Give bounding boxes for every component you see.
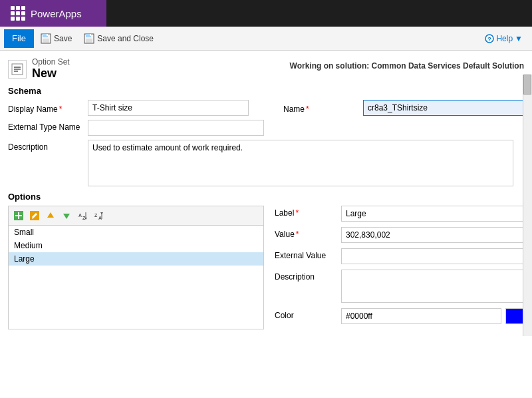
display-name-name-row: Display Name* Name*: [8, 100, 524, 116]
logo-icon: [11, 6, 25, 21]
svg-marker-20: [63, 214, 70, 219]
svg-text:A: A: [98, 216, 102, 220]
record-type: Option Set New: [8, 57, 70, 81]
help-icon: ?: [485, 34, 494, 43]
main-area: Option Set New Working on solution: Comm…: [0, 51, 532, 336]
detail-external-value-label: External Value: [275, 248, 341, 260]
move-up-icon: [46, 211, 55, 220]
add-icon: [14, 211, 23, 220]
move-down-button[interactable]: [59, 208, 74, 223]
color-swatch[interactable]: [505, 308, 524, 324]
move-up-button[interactable]: [43, 208, 58, 223]
help-button[interactable]: ? Help ▼: [479, 32, 528, 45]
svg-text:Z: Z: [94, 213, 98, 218]
add-option-button[interactable]: [11, 208, 26, 223]
name-input[interactable]: [363, 100, 524, 116]
sort-za-icon: Z A: [94, 211, 103, 220]
options-toolbar: A Z Z A: [9, 206, 263, 226]
detail-value-row: Value*: [275, 227, 524, 243]
options-section-title: Options: [8, 192, 524, 202]
detail-label-label: Label*: [275, 206, 341, 218]
detail-color-row: Color: [275, 308, 524, 324]
display-name-field-group: Display Name*: [8, 100, 249, 116]
external-type-input[interactable]: [88, 120, 264, 136]
move-down-icon: [62, 211, 71, 220]
color-field-group: [341, 308, 524, 324]
detail-description-label: Description: [275, 270, 341, 282]
svg-rect-6: [86, 39, 92, 43]
options-section: Options: [8, 192, 524, 329]
detail-value-input[interactable]: [341, 227, 524, 243]
record-header: Option Set New Working on solution: Comm…: [8, 57, 524, 81]
detail-value-label: Value*: [275, 227, 341, 239]
option-item-medium[interactable]: Medium: [9, 239, 263, 252]
record-name: New: [32, 67, 70, 81]
description-row: Description Used to estimate amount of w…: [8, 140, 524, 186]
options-detail-panel: Label* Value* External Value: [264, 206, 524, 329]
options-container: A Z Z A: [8, 206, 524, 329]
detail-label-row: Label*: [275, 206, 524, 222]
external-type-row: External Type Name: [8, 120, 524, 136]
toolbar: File Save Save and Close ? Help ▼: [0, 27, 532, 51]
description-label: Description: [8, 140, 88, 152]
svg-rect-3: [47, 34, 48, 36]
app-name: PowerApps: [31, 8, 82, 19]
sort-za-button[interactable]: Z A: [91, 208, 106, 223]
detail-description-textarea[interactable]: [341, 270, 524, 303]
main-content: Option Set New Working on solution: Comm…: [0, 51, 532, 336]
top-bar: PowerApps: [0, 0, 532, 27]
save-and-close-button[interactable]: Save and Close: [78, 29, 159, 48]
description-textarea[interactable]: Used to estimate amount of work required…: [88, 140, 513, 186]
name-field-group: Name*: [283, 100, 524, 116]
detail-description-row: Description: [275, 270, 524, 303]
options-list: Small Medium Large: [9, 226, 263, 329]
display-name-input[interactable]: [88, 100, 249, 116]
edit-option-button[interactable]: [27, 208, 42, 223]
file-button[interactable]: File: [4, 29, 34, 48]
option-item-large[interactable]: Large: [9, 252, 263, 266]
working-on-solution: Working on solution: Common Data Service…: [290, 57, 524, 71]
scrollbar-track: [523, 75, 532, 336]
save-icon: [41, 33, 51, 44]
svg-rect-7: [90, 34, 91, 36]
detail-label-input[interactable]: [341, 206, 524, 222]
color-input[interactable]: [341, 308, 501, 324]
svg-marker-28: [100, 212, 103, 214]
app-logo: PowerApps: [0, 0, 106, 27]
record-type-label: Option Set: [32, 57, 70, 67]
external-type-label: External Type Name: [8, 120, 88, 132]
option-item-small[interactable]: Small: [9, 226, 263, 239]
options-list-panel: A Z Z A: [8, 206, 264, 329]
record-title-area: Option Set New: [32, 57, 70, 81]
svg-text:A: A: [78, 213, 82, 218]
detail-external-value-input[interactable]: [341, 248, 524, 264]
svg-text:?: ?: [488, 36, 492, 43]
svg-rect-2: [43, 39, 49, 43]
record-icon: [8, 60, 27, 79]
detail-external-value-row: External Value: [275, 248, 524, 264]
detail-color-label: Color: [275, 308, 341, 320]
sort-az-icon: A Z: [78, 211, 87, 220]
edit-icon: [30, 211, 39, 220]
option-set-icon: [11, 63, 23, 75]
save-button[interactable]: Save: [35, 29, 77, 48]
display-name-label: Display Name*: [8, 102, 88, 114]
scrollbar-thumb[interactable]: [523, 75, 531, 95]
schema-section-title: Schema: [8, 86, 524, 96]
svg-marker-19: [47, 212, 54, 218]
sort-az-button[interactable]: A Z: [75, 208, 90, 223]
save-close-icon: [84, 33, 94, 44]
name-label: Name*: [283, 102, 363, 114]
